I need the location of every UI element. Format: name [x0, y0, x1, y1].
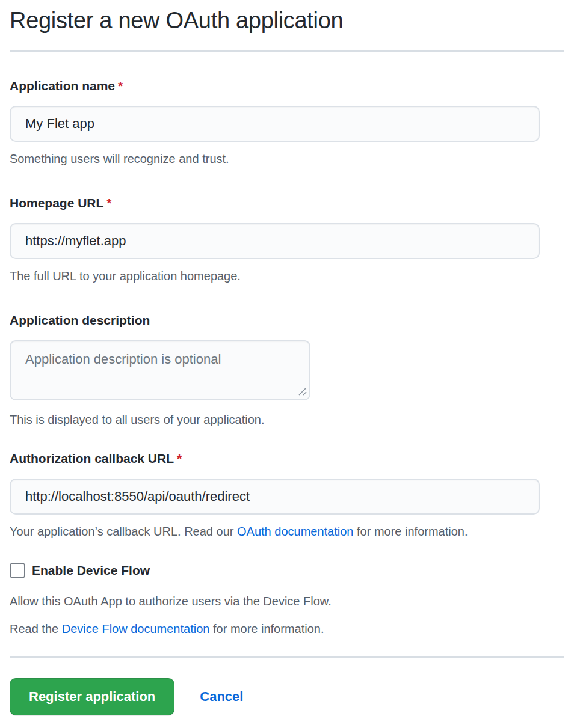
device-flow-note2: Read the Device Flow documentation for m…: [10, 622, 564, 636]
homepage-url-input[interactable]: [10, 223, 540, 259]
application-name-note: Something users will recognize and trust…: [10, 151, 564, 166]
homepage-url-label: Homepage URL*: [10, 195, 564, 211]
callback-url-note-prefix: Your application’s callback URL. Read ou…: [10, 525, 237, 538]
device-flow-note2-suffix: for more information.: [209, 622, 324, 635]
form-actions: Register application Cancel: [10, 678, 564, 715]
application-name-input[interactable]: [10, 106, 540, 142]
required-asterisk: *: [177, 451, 182, 465]
application-description-wrap: [10, 340, 310, 400]
application-name-label: Application name*: [10, 78, 564, 94]
application-name-group: Application name* Something users will r…: [10, 78, 564, 166]
callback-url-note: Your application’s callback URL. Read ou…: [10, 524, 564, 539]
cancel-link[interactable]: Cancel: [200, 689, 243, 705]
device-flow-label[interactable]: Enable Device Flow: [32, 563, 150, 578]
callback-url-input[interactable]: [10, 479, 540, 515]
application-name-label-text: Application name: [10, 79, 115, 93]
application-description-label: Application description: [10, 313, 564, 328]
callback-url-label: Authorization callback URL*: [10, 451, 564, 466]
device-flow-note2-prefix: Read the: [10, 622, 62, 635]
page-title: Register a new OAuth application: [10, 6, 564, 35]
application-description-group: Application description This is displaye…: [10, 313, 564, 427]
device-flow-note1: Allow this OAuth App to authorize users …: [10, 594, 564, 608]
callback-url-note-suffix: for more information.: [353, 525, 468, 538]
oauth-application-form: Application name* Something users will r…: [10, 78, 564, 715]
application-description-textarea[interactable]: [10, 340, 310, 400]
oauth-documentation-link[interactable]: OAuth documentation: [237, 525, 353, 538]
application-description-note: This is displayed to all users of your a…: [10, 412, 564, 427]
callback-url-label-text: Authorization callback URL: [10, 451, 174, 465]
device-flow-checkbox[interactable]: [10, 563, 25, 578]
resize-grip-icon[interactable]: [297, 386, 307, 396]
homepage-url-label-text: Homepage URL: [10, 196, 103, 210]
required-asterisk: *: [118, 79, 123, 93]
device-flow-row: Enable Device Flow: [10, 563, 564, 578]
required-asterisk: *: [106, 196, 111, 210]
device-flow-documentation-link[interactable]: Device Flow documentation: [62, 622, 210, 635]
homepage-url-note: The full URL to your application homepag…: [10, 269, 564, 283]
actions-divider: [10, 656, 564, 658]
callback-url-group: Authorization callback URL* Your applica…: [10, 451, 564, 539]
oauth-register-page: Register a new OAuth application Applica…: [0, 0, 574, 728]
register-application-button[interactable]: Register application: [10, 678, 174, 715]
title-divider: [10, 50, 564, 52]
homepage-url-group: Homepage URL* The full URL to your appli…: [10, 195, 564, 283]
